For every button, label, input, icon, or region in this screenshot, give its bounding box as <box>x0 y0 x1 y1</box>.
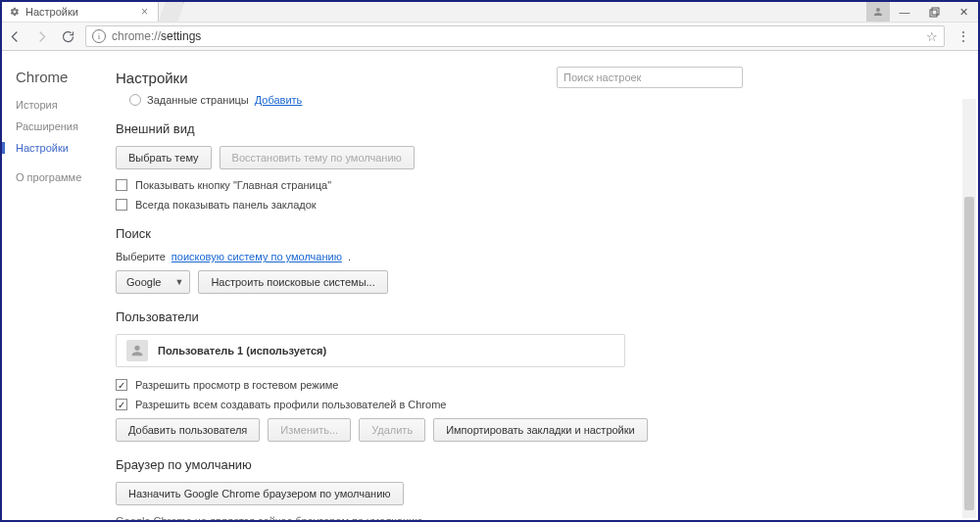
sidebar: Chrome История Расширения Настройки О пр… <box>2 51 110 520</box>
page-title: Настройки <box>116 70 188 86</box>
default-browser-title: Браузер по умолчанию <box>116 457 958 472</box>
show-home-label: Показывать кнопку "Главная страница" <box>135 179 331 191</box>
maximize-button[interactable] <box>919 2 949 22</box>
address-bar[interactable]: i chrome://settings ☆ <box>85 25 945 47</box>
url-text: chrome://settings <box>112 29 201 43</box>
default-browser-status: Google Chrome не является сейчас браузер… <box>116 515 958 520</box>
delete-user-button: Удалить <box>359 418 425 442</box>
default-browser-section: Браузер по умолчанию Назначить Google Ch… <box>116 457 958 520</box>
allow-create-label: Разрешить всем создавать профили пользов… <box>135 399 446 410</box>
tab-close-icon[interactable]: × <box>141 5 148 19</box>
site-info-icon[interactable]: i <box>92 29 106 43</box>
sidebar-item-about[interactable]: О программе <box>16 171 110 183</box>
gear-icon <box>10 7 20 17</box>
search-section: Поиск Выберите поисковую систему по умол… <box>116 226 958 294</box>
default-search-link[interactable]: поисковую систему по умолчанию <box>172 251 342 262</box>
startup-pages-radio[interactable] <box>129 94 141 106</box>
current-user-name: Пользователь 1 (используется) <box>158 345 326 356</box>
tab-title: Настройки <box>25 6 78 18</box>
allow-guest-label: Разрешить просмотр в гостевом режиме <box>135 379 338 391</box>
show-bookmarks-checkbox[interactable] <box>116 199 127 211</box>
settings-search-input[interactable]: Поиск настроек <box>557 67 743 88</box>
window-controls: — ✕ <box>866 2 978 22</box>
svg-rect-0 <box>930 10 937 17</box>
minimize-button[interactable]: — <box>890 2 919 22</box>
allow-guest-checkbox[interactable]: ✓ <box>116 379 127 391</box>
close-window-button[interactable]: ✕ <box>949 2 978 22</box>
title-bar: Настройки × — ✕ <box>2 2 978 22</box>
forward-button[interactable] <box>34 29 49 44</box>
users-section: Пользователи Пользователь 1 (используетс… <box>116 309 958 442</box>
search-engine-select[interactable]: Google ▼ <box>116 270 190 294</box>
chrome-menu-button[interactable]: ⋮ <box>955 28 972 44</box>
scrollbar-thumb[interactable] <box>964 197 974 510</box>
restore-theme-button: Восстановить тему по умолчанию <box>220 146 415 169</box>
sidebar-item-history[interactable]: История <box>16 99 110 111</box>
reload-button[interactable] <box>61 29 75 44</box>
edit-user-button: Изменить... <box>268 418 351 442</box>
show-bookmarks-label: Всегда показывать панель закладок <box>135 199 317 211</box>
sidebar-brand: Chrome <box>16 69 110 85</box>
svg-rect-1 <box>932 8 939 15</box>
allow-create-checkbox[interactable]: ✓ <box>116 399 127 410</box>
appearance-section: Внешний вид Выбрать тему Восстановить те… <box>116 121 958 211</box>
content-area: Настройки Поиск настроек Заданные страни… <box>110 51 978 520</box>
browser-tab[interactable]: Настройки × <box>2 2 159 22</box>
current-user-row[interactable]: Пользователь 1 (используется) <box>116 334 625 367</box>
chevron-down-icon: ▼ <box>174 277 183 287</box>
sidebar-item-extensions[interactable]: Расширения <box>16 120 110 132</box>
back-button[interactable] <box>8 29 23 44</box>
search-prefix: Выберите <box>116 251 166 262</box>
startup-add-link[interactable]: Добавить <box>255 94 303 106</box>
toolbar: i chrome://settings ☆ ⋮ <box>2 22 978 51</box>
choose-theme-button[interactable]: Выбрать тему <box>116 146 212 169</box>
search-title: Поиск <box>116 226 958 241</box>
scrollbar-track[interactable] <box>962 99 976 518</box>
appearance-title: Внешний вид <box>116 121 958 136</box>
avatar-icon <box>126 340 148 361</box>
startup-pages-label: Заданные страницы <box>147 94 249 106</box>
import-bookmarks-button[interactable]: Импортировать закладки и настройки <box>433 418 648 442</box>
sidebar-item-settings[interactable]: Настройки <box>16 142 110 154</box>
show-home-checkbox[interactable] <box>116 179 127 191</box>
user-switcher-icon[interactable] <box>866 2 890 22</box>
set-default-browser-button[interactable]: Назначить Google Chrome браузером по умо… <box>116 482 404 505</box>
bookmark-star-icon[interactable]: ☆ <box>926 29 938 44</box>
users-title: Пользователи <box>116 309 958 324</box>
add-user-button[interactable]: Добавить пользователя <box>116 418 260 442</box>
manage-engines-button[interactable]: Настроить поисковые системы... <box>198 270 387 294</box>
new-tab-button[interactable] <box>159 2 184 22</box>
